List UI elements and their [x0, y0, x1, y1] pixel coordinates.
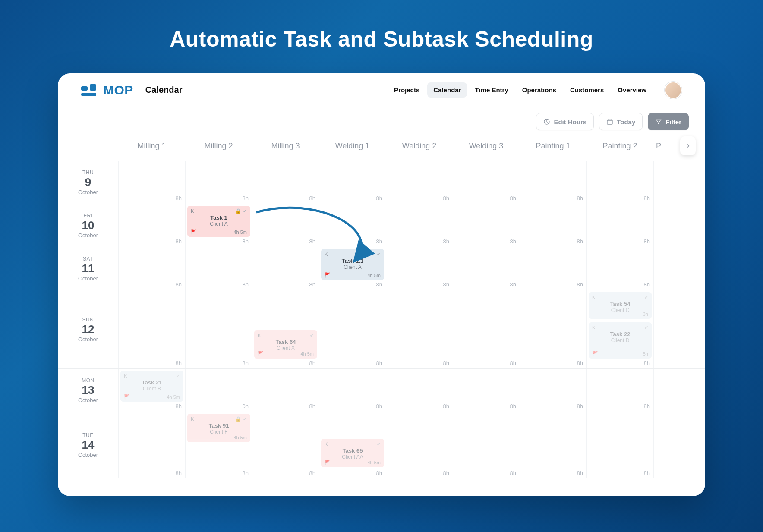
task-card[interactable]: K 🔒 ✔ Task 1 Client A 🚩 4h 5m — [187, 206, 250, 237]
grid-cell[interactable] — [653, 161, 687, 204]
hours-label: 8h — [577, 360, 583, 366]
grid-cell[interactable]: 8h — [185, 161, 252, 204]
flag-icon: 🚩 — [191, 229, 197, 235]
grid-cell[interactable]: 8h — [386, 412, 453, 478]
grid-cell[interactable]: 8h — [520, 161, 586, 204]
hours-label: 8h — [376, 403, 382, 409]
task-card[interactable]: K ✔ Task 65 Client AA 🚩 4h 5m — [321, 439, 384, 467]
column-header: Milling 1 — [118, 142, 185, 151]
task-card[interactable]: K ✔ Task 54 Client C 3h — [589, 292, 652, 319]
grid-cell[interactable]: 8h — [453, 369, 520, 412]
grid-cell[interactable] — [653, 204, 687, 247]
grid-cell[interactable]: 8h — [319, 161, 386, 204]
grid-cell[interactable]: 8h — [453, 247, 520, 290]
grid-cell[interactable]: 8h — [118, 161, 185, 204]
grid-cell[interactable]: K ✔ Task 64 Client X 🚩 4h 5m 8h — [252, 290, 319, 368]
grid-cell[interactable]: 8h — [386, 161, 453, 204]
edit-hours-button[interactable]: Edit Hours — [536, 113, 594, 130]
grid-cell[interactable]: 8h — [252, 247, 319, 290]
day-of-week: SAT — [83, 256, 93, 262]
grid-cell[interactable]: 8h — [118, 290, 185, 368]
grid-cell[interactable]: 8h — [252, 369, 319, 412]
grid-cell[interactable]: 8h — [520, 247, 586, 290]
grid-cell[interactable]: 8h — [586, 204, 653, 247]
task-badge: K — [325, 441, 328, 447]
grid-cell[interactable]: 8h — [520, 369, 586, 412]
task-icons: ✔ — [310, 333, 314, 338]
grid-cell[interactable]: 8h — [453, 412, 520, 478]
grid-cell[interactable]: 8h — [520, 204, 586, 247]
task-card[interactable]: K ✔ Task 64 Client X 🚩 4h 5m — [254, 330, 317, 359]
grid-cell[interactable]: 8h — [520, 412, 586, 478]
scroll-right-button[interactable] — [680, 136, 696, 155]
grid-cell[interactable]: 8h — [453, 161, 520, 204]
grid-cell[interactable]: K ✔ Task 65 Client AA 🚩 4h 5m 8h — [319, 412, 386, 478]
task-duration: 4h 5m — [233, 435, 247, 440]
grid-cell[interactable]: 8h — [453, 204, 520, 247]
task-card[interactable]: K ✔ Task 21 Client B 🚩 4h 5m — [120, 371, 183, 402]
day-number: 9 — [85, 176, 91, 189]
column-header: Painting 2 — [586, 142, 653, 151]
grid-cell[interactable]: 8h — [586, 247, 653, 290]
grid-cell[interactable] — [653, 290, 687, 368]
grid-cell[interactable]: K ✔ Task 1.1 Client A 🚩 4h 5m 8h — [319, 247, 386, 290]
task-card[interactable]: K ✔ Task 1.1 Client A 🚩 4h 5m — [321, 249, 384, 280]
filter-button[interactable]: Filter — [648, 113, 689, 130]
grid-cell[interactable]: 8h — [252, 204, 319, 247]
hours-label: 8h — [176, 238, 182, 245]
grid-cell[interactable]: 8h — [386, 369, 453, 412]
hours-label: 8h — [376, 281, 382, 288]
grid-cell[interactable] — [653, 247, 687, 290]
grid-cell[interactable]: 8h — [319, 290, 386, 368]
grid-cell[interactable]: 8h — [118, 412, 185, 478]
grid-cell[interactable]: 8h — [319, 369, 386, 412]
task-client: Client AA — [325, 454, 381, 460]
hours-label: 8h — [577, 403, 583, 409]
grid-cell[interactable]: 8h — [252, 161, 319, 204]
grid-cell[interactable]: 8h — [185, 247, 252, 290]
grid-cell[interactable]: K ✔ Task 54 Client C 3h K ✔ Task 22 Clie… — [586, 290, 653, 368]
grid-cell[interactable]: 0h — [185, 369, 252, 412]
nav-item-operations[interactable]: Operations — [516, 82, 562, 98]
column-header: Milling 3 — [252, 142, 319, 151]
nav-item-time-entry[interactable]: Time Entry — [469, 82, 514, 98]
clock-icon — [543, 118, 550, 125]
task-title: Task 65 — [325, 447, 381, 454]
grid-cell[interactable]: K ✔ Task 21 Client B 🚩 4h 5m 8h — [118, 369, 185, 412]
logo: MOP — [81, 83, 133, 98]
grid-cell[interactable]: 8h — [118, 247, 185, 290]
grid-cell[interactable]: 8h — [319, 204, 386, 247]
today-button[interactable]: Today — [599, 113, 643, 130]
nav-item-calendar[interactable]: Calendar — [427, 82, 467, 98]
grid-cell[interactable]: 8h — [453, 290, 520, 368]
grid-cell[interactable]: 8h — [185, 290, 252, 368]
hours-label: 8h — [577, 281, 583, 288]
grid-cell[interactable]: 8h — [386, 204, 453, 247]
nav-item-overview[interactable]: Overview — [612, 82, 653, 98]
grid-cell[interactable]: 8h — [586, 412, 653, 478]
grid-cell[interactable]: 8h — [586, 369, 653, 412]
hours-label: 8h — [243, 470, 249, 476]
hours-label: 8h — [510, 195, 516, 201]
task-icons: ✔ — [377, 441, 381, 447]
nav-item-projects[interactable]: Projects — [388, 82, 426, 98]
grid-cell[interactable]: 8h — [520, 290, 586, 368]
grid-cell[interactable]: 8h — [586, 161, 653, 204]
grid-cell[interactable] — [653, 369, 687, 412]
grid-cell[interactable]: 8h — [386, 247, 453, 290]
nav-item-customers[interactable]: Customers — [564, 82, 610, 98]
avatar[interactable] — [665, 82, 682, 99]
grid-cell[interactable]: K 🔒✔ Task 91 Client F 4h 5m 8h — [185, 412, 252, 478]
hours-label: 8h — [644, 238, 650, 245]
flag-icon: 🚩 — [124, 394, 130, 400]
grid-cell[interactable]: 8h — [118, 204, 185, 247]
main-nav: Projects Calendar Time Entry Operations … — [388, 82, 682, 99]
task-card[interactable]: K 🔒✔ Task 91 Client F 4h 5m — [187, 414, 250, 442]
hours-label: 8h — [309, 360, 315, 366]
task-card[interactable]: K ✔ Task 22 Client D 🚩 5h — [589, 322, 652, 359]
grid-cell[interactable] — [653, 412, 687, 478]
grid-cell[interactable]: 8h — [252, 412, 319, 478]
task-icons: 🔒 ✔ — [235, 208, 247, 214]
grid-cell[interactable]: K 🔒 ✔ Task 1 Client A 🚩 4h 5m 8h — [185, 204, 252, 247]
grid-cell[interactable]: 8h — [386, 290, 453, 368]
